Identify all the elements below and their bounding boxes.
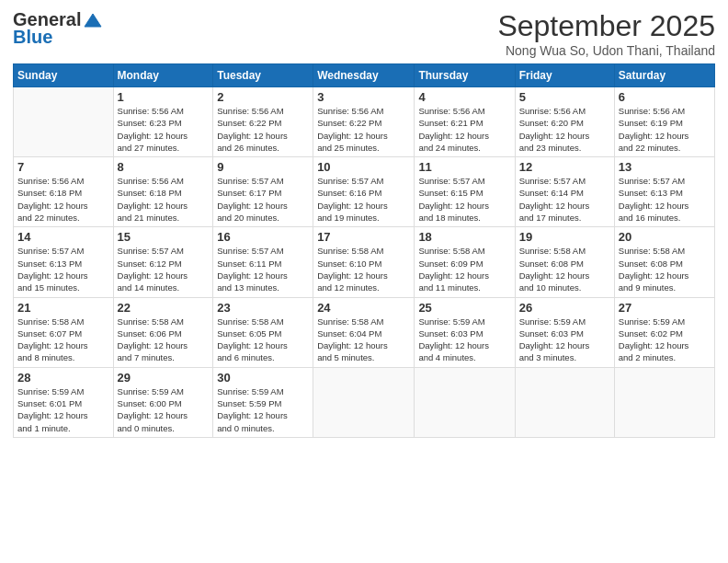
- header: General Blue September 2025 Nong Wua So,…: [13, 9, 715, 58]
- day-number: 19: [519, 230, 610, 244]
- calendar-week-row: 1Sunrise: 5:56 AM Sunset: 6:23 PM Daylig…: [14, 87, 715, 157]
- day-number: 12: [519, 160, 610, 174]
- day-info: Sunrise: 5:59 AM Sunset: 6:02 PM Dayligh…: [619, 316, 711, 364]
- day-info: Sunrise: 5:57 AM Sunset: 6:12 PM Dayligh…: [118, 245, 210, 293]
- calendar-week-row: 21Sunrise: 5:58 AM Sunset: 6:07 PM Dayli…: [14, 297, 715, 367]
- table-row: [614, 367, 714, 437]
- day-number: 28: [17, 371, 109, 385]
- table-row: [313, 367, 415, 437]
- table-row: 18Sunrise: 5:58 AM Sunset: 6:09 PM Dayli…: [415, 227, 515, 297]
- day-info: Sunrise: 5:59 AM Sunset: 6:03 PM Dayligh…: [418, 316, 510, 364]
- day-number: 6: [619, 90, 711, 104]
- day-number: 15: [118, 230, 210, 244]
- day-info: Sunrise: 5:56 AM Sunset: 6:18 PM Dayligh…: [118, 175, 210, 224]
- day-number: 8: [118, 160, 210, 174]
- day-number: 13: [619, 160, 711, 174]
- table-row: 16Sunrise: 5:57 AM Sunset: 6:11 PM Dayli…: [213, 227, 313, 297]
- day-number: 30: [217, 371, 309, 385]
- day-info: Sunrise: 5:56 AM Sunset: 6:20 PM Dayligh…: [519, 105, 610, 154]
- day-info: Sunrise: 5:57 AM Sunset: 6:13 PM Dayligh…: [17, 245, 109, 293]
- day-number: 5: [519, 90, 610, 104]
- day-info: Sunrise: 5:59 AM Sunset: 6:01 PM Dayligh…: [17, 385, 109, 434]
- table-row: 3Sunrise: 5:56 AM Sunset: 6:22 PM Daylig…: [313, 87, 415, 157]
- day-number: 17: [317, 230, 410, 244]
- day-info: Sunrise: 5:56 AM Sunset: 6:22 PM Dayligh…: [317, 105, 410, 154]
- day-info: Sunrise: 5:57 AM Sunset: 6:15 PM Dayligh…: [418, 175, 510, 224]
- day-info: Sunrise: 5:57 AM Sunset: 6:16 PM Dayligh…: [317, 175, 410, 224]
- table-row: 9Sunrise: 5:57 AM Sunset: 6:17 PM Daylig…: [213, 157, 313, 227]
- svg-marker-1: [88, 21, 96, 27]
- table-row: [415, 367, 515, 437]
- table-row: [515, 367, 614, 437]
- header-thursday: Thursday: [415, 64, 515, 87]
- day-number: 21: [17, 301, 109, 315]
- table-row: 27Sunrise: 5:59 AM Sunset: 6:02 PM Dayli…: [614, 297, 714, 367]
- table-row: 23Sunrise: 5:58 AM Sunset: 6:05 PM Dayli…: [213, 297, 313, 367]
- table-row: 21Sunrise: 5:58 AM Sunset: 6:07 PM Dayli…: [14, 297, 114, 367]
- day-info: Sunrise: 5:58 AM Sunset: 6:06 PM Dayligh…: [118, 316, 210, 364]
- day-info: Sunrise: 5:57 AM Sunset: 6:13 PM Dayligh…: [619, 175, 711, 224]
- logo-blue: Blue: [13, 27, 52, 48]
- table-row: 10Sunrise: 5:57 AM Sunset: 6:16 PM Dayli…: [313, 157, 415, 227]
- day-info: Sunrise: 5:56 AM Sunset: 6:22 PM Dayligh…: [217, 105, 309, 154]
- table-row: 7Sunrise: 5:56 AM Sunset: 6:18 PM Daylig…: [14, 157, 114, 227]
- day-number: 3: [317, 90, 410, 104]
- day-number: 16: [217, 230, 309, 244]
- table-row: 22Sunrise: 5:58 AM Sunset: 6:06 PM Dayli…: [113, 297, 213, 367]
- day-info: Sunrise: 5:57 AM Sunset: 6:11 PM Dayligh…: [217, 245, 309, 293]
- calendar-week-row: 14Sunrise: 5:57 AM Sunset: 6:13 PM Dayli…: [14, 227, 715, 297]
- header-sunday: Sunday: [14, 64, 114, 87]
- day-number: 18: [418, 230, 510, 244]
- day-info: Sunrise: 5:57 AM Sunset: 6:14 PM Dayligh…: [519, 175, 610, 224]
- location: Nong Wua So, Udon Thani, Thailand: [497, 43, 715, 58]
- day-info: Sunrise: 5:56 AM Sunset: 6:19 PM Dayligh…: [619, 105, 711, 154]
- table-row: 6Sunrise: 5:56 AM Sunset: 6:19 PM Daylig…: [614, 87, 714, 157]
- calendar-header-row: Sunday Monday Tuesday Wednesday Thursday…: [14, 64, 715, 87]
- logo-area: General Blue: [13, 9, 103, 48]
- table-row: [14, 87, 114, 157]
- table-row: 13Sunrise: 5:57 AM Sunset: 6:13 PM Dayli…: [614, 157, 714, 227]
- table-row: 25Sunrise: 5:59 AM Sunset: 6:03 PM Dayli…: [415, 297, 515, 367]
- day-info: Sunrise: 5:58 AM Sunset: 6:05 PM Dayligh…: [217, 316, 309, 364]
- day-number: 2: [217, 90, 309, 104]
- header-friday: Friday: [515, 64, 614, 87]
- day-info: Sunrise: 5:58 AM Sunset: 6:04 PM Dayligh…: [317, 316, 410, 364]
- page: General Blue September 2025 Nong Wua So,…: [0, 0, 728, 563]
- day-info: Sunrise: 5:59 AM Sunset: 5:59 PM Dayligh…: [217, 385, 309, 434]
- day-number: 10: [317, 160, 410, 174]
- day-info: Sunrise: 5:58 AM Sunset: 6:09 PM Dayligh…: [418, 245, 510, 293]
- table-row: 1Sunrise: 5:56 AM Sunset: 6:23 PM Daylig…: [113, 87, 213, 157]
- day-info: Sunrise: 5:58 AM Sunset: 6:08 PM Dayligh…: [519, 245, 610, 293]
- day-info: Sunrise: 5:56 AM Sunset: 6:21 PM Dayligh…: [418, 105, 510, 154]
- table-row: 19Sunrise: 5:58 AM Sunset: 6:08 PM Dayli…: [515, 227, 614, 297]
- calendar-week-row: 28Sunrise: 5:59 AM Sunset: 6:01 PM Dayli…: [14, 367, 715, 437]
- header-tuesday: Tuesday: [213, 64, 313, 87]
- day-number: 7: [17, 160, 109, 174]
- header-wednesday: Wednesday: [313, 64, 415, 87]
- month-title: September 2025: [497, 9, 715, 43]
- calendar-week-row: 7Sunrise: 5:56 AM Sunset: 6:18 PM Daylig…: [14, 157, 715, 227]
- table-row: 11Sunrise: 5:57 AM Sunset: 6:15 PM Dayli…: [415, 157, 515, 227]
- table-row: 30Sunrise: 5:59 AM Sunset: 5:59 PM Dayli…: [213, 367, 313, 437]
- day-number: 14: [17, 230, 109, 244]
- table-row: 26Sunrise: 5:59 AM Sunset: 6:03 PM Dayli…: [515, 297, 614, 367]
- day-number: 25: [418, 301, 510, 315]
- day-number: 24: [317, 301, 410, 315]
- calendar: Sunday Monday Tuesday Wednesday Thursday…: [13, 63, 715, 438]
- day-number: 9: [217, 160, 309, 174]
- day-number: 11: [418, 160, 510, 174]
- day-number: 26: [519, 301, 610, 315]
- table-row: 29Sunrise: 5:59 AM Sunset: 6:00 PM Dayli…: [113, 367, 213, 437]
- table-row: 4Sunrise: 5:56 AM Sunset: 6:21 PM Daylig…: [415, 87, 515, 157]
- day-info: Sunrise: 5:58 AM Sunset: 6:10 PM Dayligh…: [317, 245, 410, 293]
- table-row: 14Sunrise: 5:57 AM Sunset: 6:13 PM Dayli…: [14, 227, 114, 297]
- table-row: 12Sunrise: 5:57 AM Sunset: 6:14 PM Dayli…: [515, 157, 614, 227]
- table-row: 8Sunrise: 5:56 AM Sunset: 6:18 PM Daylig…: [113, 157, 213, 227]
- table-row: 24Sunrise: 5:58 AM Sunset: 6:04 PM Dayli…: [313, 297, 415, 367]
- title-area: September 2025 Nong Wua So, Udon Thani, …: [497, 9, 715, 58]
- day-info: Sunrise: 5:56 AM Sunset: 6:23 PM Dayligh…: [118, 105, 210, 154]
- day-number: 20: [619, 230, 711, 244]
- day-info: Sunrise: 5:59 AM Sunset: 6:03 PM Dayligh…: [519, 316, 610, 364]
- table-row: 20Sunrise: 5:58 AM Sunset: 6:08 PM Dayli…: [614, 227, 714, 297]
- table-row: 2Sunrise: 5:56 AM Sunset: 6:22 PM Daylig…: [213, 87, 313, 157]
